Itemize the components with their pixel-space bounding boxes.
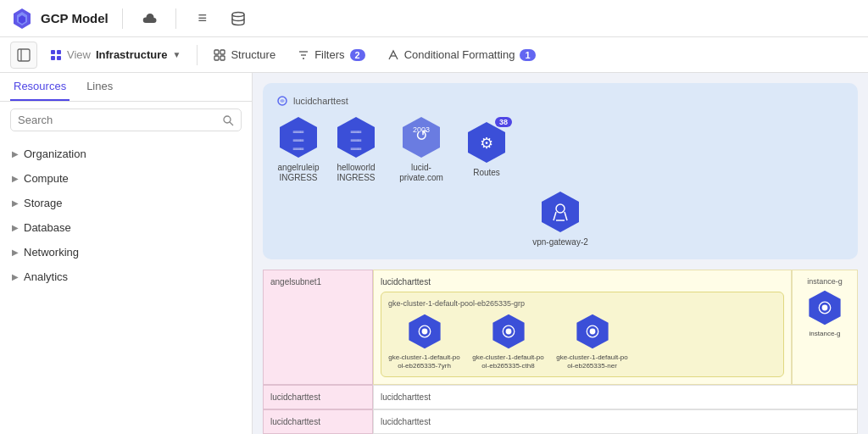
view-dropdown-icon: ▼	[172, 50, 181, 59]
arrow-icon: ▶	[12, 248, 19, 257]
node-hex-partial	[806, 289, 843, 326]
hex-vpn-gateway[interactable]: vpn-gateway-2	[276, 190, 844, 248]
arrow-icon: ▶	[12, 149, 19, 159]
hex-label-2: helloworld INGRESS	[337, 163, 375, 183]
logo-area: GCP Model	[10, 7, 108, 31]
node-2[interactable]: gke-cluster-1-default-pool-eb265335-cth8	[472, 313, 544, 370]
topbar-divider-1	[122, 8, 123, 29]
vpn-hex-shape	[538, 190, 582, 234]
node-1[interactable]: gke-cluster-1-default-pool-eb265335-7yrh	[388, 313, 460, 370]
hex-helloworld[interactable]: ═══ ═══ ═══ helloworld INGRESS	[334, 115, 378, 183]
hex-label-routes: Routes	[473, 168, 500, 178]
main-layout: Resources Lines ▶ Organization ▶ Compute…	[0, 73, 868, 434]
instance-partial-label: instance-g	[807, 277, 843, 286]
instance-partial-node-label: instance-g	[810, 330, 841, 337]
tab-resources[interactable]: Resources	[10, 73, 70, 101]
main-canvas: lucidcharttest ═══ ═══ ═══	[253, 73, 868, 434]
svg-rect-10	[214, 50, 219, 54]
svg-point-44	[589, 329, 595, 335]
hex-label-3: lucid-private.com	[392, 163, 451, 183]
search-box	[10, 108, 242, 131]
search-input[interactable]	[18, 114, 217, 126]
row3-right-label: lucidcharttest	[381, 417, 431, 426]
toolbar: View Infrastructure ▼ Structure Filters …	[0, 37, 868, 73]
menu-button[interactable]: ≡	[190, 6, 215, 31]
structure-button[interactable]: Structure	[204, 43, 285, 66]
sidebar-item-compute[interactable]: ▶ Compute	[0, 166, 252, 191]
sidebar-toggle-button[interactable]	[10, 42, 37, 69]
routes-badge: 38	[495, 117, 512, 127]
sidebar-item-organization[interactable]: ▶ Organization	[0, 142, 252, 166]
hex-angelruleip[interactable]: ═══ ═══ ═══ angelruleip INGRESS	[276, 115, 320, 183]
filters-label: Filters	[314, 48, 344, 61]
top-cluster-label: lucidcharttest	[276, 95, 844, 107]
cloud-button[interactable]	[136, 6, 162, 31]
row3-left-label: lucidcharttest	[270, 417, 320, 426]
view-value: Infrastructure	[96, 48, 168, 61]
node-label-2: gke-cluster-1-default-pool-eb265335-cth8	[472, 353, 544, 370]
search-icon	[222, 114, 234, 126]
grid-cell-right-1: lucidcharttest gke-cluster-1-default-poo…	[373, 270, 792, 385]
filters-badge: 2	[350, 49, 365, 61]
arrow-icon: ▶	[12, 272, 19, 281]
grid-row-3: lucidcharttest lucidcharttest	[263, 409, 858, 434]
svg-text:═══: ═══	[292, 129, 304, 136]
sidebar-item-database[interactable]: ▶ Database	[0, 215, 252, 240]
nav-label-analytics: Analytics	[24, 270, 68, 283]
svg-line-19	[230, 122, 233, 125]
cond-format-badge: 1	[520, 49, 535, 61]
svg-rect-9	[57, 56, 61, 60]
node-hex-1	[406, 313, 443, 350]
svg-point-47	[822, 305, 828, 311]
vpn-gateway-area: vpn-gateway-2	[276, 190, 844, 248]
cluster-inner-label: gke-cluster-1-default-pool-eb265335-grp	[388, 299, 776, 308]
sidebar-nav: ▶ Organization ▶ Compute ▶ Storage ▶ Dat…	[0, 138, 252, 434]
nav-label-compute: Compute	[24, 172, 69, 185]
node-label-3: gke-cluster-1-default-pool-eb265335-ner	[556, 353, 628, 370]
grid-cell-left-2: lucidcharttest	[263, 385, 373, 409]
grid-area: angelsubnet1 lucidcharttest gke-cluster-…	[263, 270, 858, 434]
topbar: GCP Model ≡	[0, 0, 868, 37]
svg-rect-6	[51, 50, 55, 54]
filters-button[interactable]: Filters 2	[288, 43, 375, 66]
svg-rect-4	[18, 49, 30, 61]
hex-shape-4: ⚙ 38	[465, 120, 509, 164]
svg-rect-13	[220, 56, 225, 60]
angelsubnet1-label: angelsubnet1	[270, 277, 321, 287]
hex-shape-2: ═══ ═══ ═══	[334, 115, 378, 159]
database-button[interactable]	[225, 6, 251, 31]
sidebar-item-networking[interactable]: ▶ Networking	[0, 240, 252, 264]
grid-row-2: lucidcharttest lucidcharttest	[263, 385, 858, 409]
hex-items-row: ═══ ═══ ═══ angelruleip INGRESS ══	[276, 115, 844, 183]
conditional-formatting-button[interactable]: Conditional Formatting 1	[378, 43, 545, 66]
node-partial[interactable]	[806, 289, 843, 326]
svg-text:═══: ═══	[350, 146, 362, 153]
sidebar-item-storage[interactable]: ▶ Storage	[0, 191, 252, 215]
hex-lucid-private[interactable]: ↺ 2003 lucid-private.com	[392, 115, 451, 183]
nav-label-database: Database	[24, 221, 71, 234]
svg-text:═══: ═══	[350, 129, 362, 136]
cluster-inner: gke-cluster-1-default-pool-eb265335-grp	[381, 292, 784, 377]
hex-routes[interactable]: ⚙ 38 Routes	[465, 120, 509, 178]
svg-point-38	[421, 329, 427, 335]
grid-cell-left-3: lucidcharttest	[263, 409, 373, 434]
svg-marker-34	[542, 192, 579, 232]
tab-lines[interactable]: Lines	[83, 73, 116, 101]
cond-format-label: Conditional Formatting	[404, 48, 515, 61]
row2-right-label: lucidcharttest	[381, 392, 431, 402]
hex-shape-3: ↺ 2003	[399, 115, 443, 159]
grid-cell-left-1: angelsubnet1	[263, 270, 373, 385]
app-title: GCP Model	[41, 11, 108, 25]
toolbar-divider-1	[197, 45, 198, 65]
sidebar-item-analytics[interactable]: ▶ Analytics	[0, 264, 252, 289]
cluster-name: lucidcharttest	[293, 96, 348, 106]
view-button[interactable]: View Infrastructure ▼	[41, 43, 190, 66]
nodes-row: gke-cluster-1-default-pool-eb265335-7yrh	[388, 313, 776, 370]
svg-point-41	[505, 329, 511, 335]
svg-rect-11	[220, 50, 225, 54]
top-cluster: lucidcharttest ═══ ═══ ═══	[263, 83, 858, 259]
cluster-row-label: lucidcharttest	[381, 277, 784, 287]
hex-label-1: angelruleip INGRESS	[278, 163, 320, 183]
topbar-divider-2	[175, 8, 176, 29]
node-3[interactable]: gke-cluster-1-default-pool-eb265335-ner	[556, 313, 628, 370]
